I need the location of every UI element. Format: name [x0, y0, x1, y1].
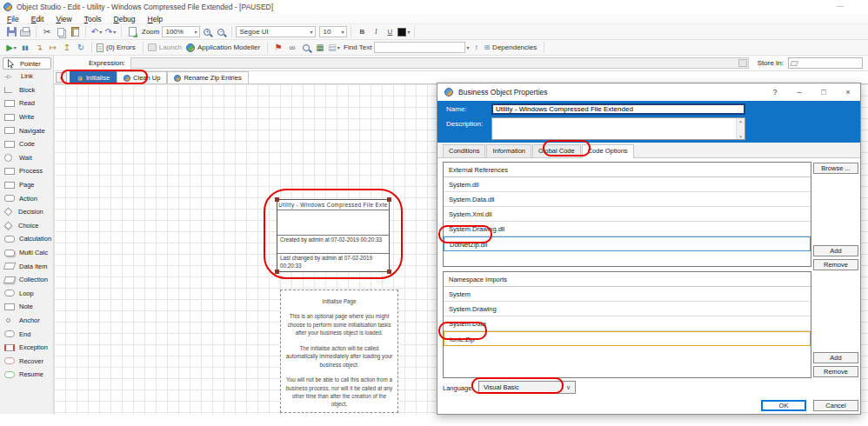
tab-list-dropdown-button[interactable]: ▾	[56, 72, 67, 83]
italic-button[interactable]: I	[370, 25, 382, 38]
initialise-note[interactable]: Initialise Page This is an optional page…	[280, 290, 398, 413]
step-out-button[interactable]: ↥	[61, 41, 73, 54]
font-color-button[interactable]: ▾	[397, 25, 410, 38]
selection-handle[interactable]	[275, 270, 279, 274]
tool-decision[interactable]: Decision	[3, 205, 53, 219]
expression-input[interactable]	[130, 57, 749, 69]
reset-button[interactable]: ↻	[75, 41, 87, 54]
errors-button[interactable]: (0) Errors	[97, 41, 138, 54]
remove-namespace-button[interactable]: Remove	[813, 366, 858, 377]
tool-code[interactable]: Code	[3, 137, 53, 151]
maximize-button[interactable]: □	[811, 88, 836, 97]
list-item-editing[interactable]: Ionic.Zip	[444, 331, 811, 346]
description-textarea[interactable]: ▴ ▾	[491, 117, 745, 140]
dependencies-button[interactable]: ⊞Dependencies	[484, 41, 539, 54]
tool-block[interactable]: Block	[3, 83, 53, 97]
play-button[interactable]: ▶▾	[5, 41, 17, 54]
copy-button[interactable]	[55, 25, 67, 38]
remove-reference-button[interactable]: Remove	[813, 259, 858, 270]
list-item[interactable]: System.dll	[444, 177, 811, 192]
redo-button[interactable]: ↷▾	[104, 25, 117, 38]
tool-resume[interactable]: Resume	[3, 368, 53, 382]
menu-edit[interactable]: Edit	[31, 15, 44, 23]
breakpoint-flag-button[interactable]: ⚑	[272, 41, 284, 54]
pause-button[interactable]: ▮▮	[19, 41, 31, 54]
store-in-input[interactable]	[788, 57, 863, 69]
add-namespace-button[interactable]: Add	[813, 352, 858, 363]
cancel-button[interactable]: Cancel	[813, 400, 858, 411]
language-select[interactable]: Visual Basic ∨	[478, 381, 576, 394]
scroll-down-icon[interactable]: ▾	[739, 134, 742, 139]
help-button[interactable]: ?	[763, 88, 787, 97]
tool-choice[interactable]: Choice	[3, 219, 53, 233]
object-info-block[interactable]: Utility - Windows Compressed File Exte C…	[277, 199, 390, 272]
view-grid-button[interactable]: ▦	[314, 41, 326, 54]
launch-button[interactable]: Launch	[148, 41, 184, 54]
list-item-selected[interactable]: DotNetZip.dll	[444, 236, 811, 251]
menu-debug[interactable]: Debug	[114, 15, 136, 23]
list-item[interactable]: System.Drawing.dll	[444, 222, 811, 236]
cut-button[interactable]: ✂	[41, 25, 53, 38]
watch-button[interactable]: ∞	[286, 41, 298, 54]
menu-view[interactable]: View	[56, 15, 71, 23]
add-reference-button[interactable]: Add	[813, 245, 858, 256]
scrollbar[interactable]: ▴ ▾	[736, 118, 744, 139]
expression-builder-button[interactable]	[738, 59, 747, 67]
tool-collection[interactable]: Collection	[3, 273, 53, 287]
tab-initialise[interactable]: Initialise	[70, 71, 117, 83]
tool-pointer[interactable]: Pointer	[3, 57, 51, 70]
tool-loop[interactable]: Loop	[3, 287, 53, 301]
tab-rename-zip-entries[interactable]: Rename Zip Entries	[167, 71, 248, 83]
menu-tools[interactable]: Tools	[84, 15, 102, 23]
list-item[interactable]: System.Data.dll	[444, 192, 811, 207]
tab-clean-up[interactable]: Clean Up	[117, 71, 167, 83]
minimize-button[interactable]: —	[837, 2, 844, 10]
tool-exception[interactable]: Exception	[3, 341, 53, 355]
selection-handle[interactable]	[275, 197, 279, 202]
new-page-button[interactable]	[126, 25, 138, 38]
list-item[interactable]: System.Data	[444, 316, 811, 331]
tool-multi-calc[interactable]: Multi Calc	[3, 246, 53, 260]
tool-link[interactable]: ─▷Link	[3, 70, 53, 83]
list-item[interactable]: System.Drawing	[444, 302, 811, 316]
minimize-button[interactable]: –	[787, 88, 811, 97]
tool-write[interactable]: Write	[3, 110, 53, 124]
close-icon[interactable]: ×	[836, 88, 860, 97]
tool-calculation[interactable]: Calculation	[3, 232, 53, 246]
selection-handle[interactable]	[387, 197, 391, 202]
list-item[interactable]: System.Xml.dll	[444, 207, 811, 222]
tool-navigate[interactable]: Navigate	[3, 123, 53, 137]
underline-button[interactable]: U	[384, 25, 396, 38]
bold-button[interactable]: B	[356, 25, 368, 38]
save-button[interactable]	[5, 25, 17, 38]
find-text-input[interactable]	[374, 42, 465, 53]
ok-button[interactable]: OK	[761, 400, 806, 411]
tool-note[interactable]: Note	[3, 300, 53, 314]
tool-page[interactable]: Page	[3, 178, 53, 192]
tool-action[interactable]: Action	[3, 191, 53, 205]
tool-process[interactable]: Process	[3, 164, 53, 178]
list-item[interactable]: System	[444, 287, 811, 302]
tab-code-options[interactable]: Code Options	[582, 144, 634, 158]
view-panel-button[interactable]: ▤▾	[328, 41, 340, 54]
font-select[interactable]: Segoe UI▾	[236, 26, 316, 37]
name-input[interactable]	[491, 103, 745, 115]
scroll-up-icon[interactable]: ▴	[739, 118, 742, 123]
tab-information[interactable]: Information	[486, 144, 531, 157]
step-over-button[interactable]: ↦	[47, 41, 59, 54]
menu-help[interactable]: Help	[148, 15, 163, 23]
find-next-button[interactable]: ↕	[470, 41, 482, 54]
font-size-select[interactable]: 10▾	[319, 26, 347, 37]
paste-button[interactable]	[69, 25, 81, 38]
tool-recover[interactable]: Recover	[3, 354, 53, 368]
print-button[interactable]	[19, 25, 31, 38]
tool-anchor[interactable]: Anchor	[3, 314, 53, 328]
browse-button[interactable]: Browse ...	[813, 163, 858, 174]
application-modeller-button[interactable]: Application Modeller	[186, 41, 263, 54]
menu-file[interactable]: File	[7, 15, 19, 23]
tab-global-code[interactable]: Global Code	[532, 144, 581, 157]
tab-conditions[interactable]: Conditions	[443, 144, 485, 157]
zoom-in-button[interactable]: +	[201, 25, 213, 38]
tool-end[interactable]: End	[3, 327, 53, 341]
zoom-select[interactable]: 100%▾	[162, 26, 200, 37]
